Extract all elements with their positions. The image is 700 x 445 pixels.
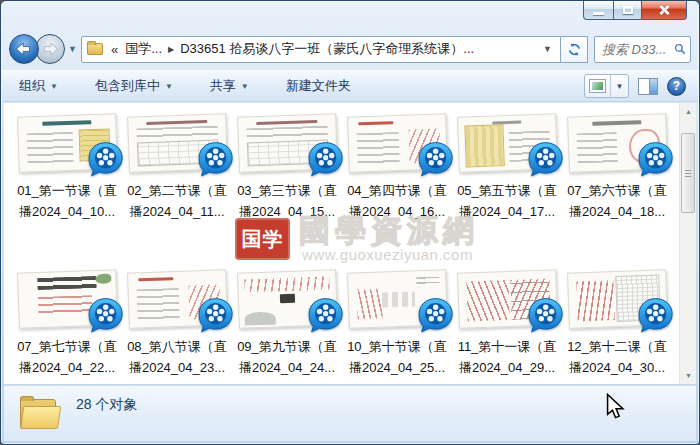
toolbar-label: 新建文件夹: [286, 77, 351, 95]
scroll-thumb[interactable]: [681, 133, 695, 213]
thumbnail-decoration: [37, 275, 96, 289]
file-grid: 01_第一节课（直播2024_04_10... 02_第二节课（直播2024_0…: [4, 103, 679, 384]
file-thumbnail: [567, 269, 668, 328]
scroll-down-button[interactable]: ▼: [680, 367, 696, 384]
file-item[interactable]: 05_第五节课（直播2024_04_17...: [453, 113, 561, 229]
forward-icon: [38, 37, 62, 61]
thumbnail-decoration: [42, 120, 91, 126]
help-button[interactable]: ?: [667, 77, 686, 96]
views-icon: [590, 80, 605, 92]
search-icon[interactable]: [674, 42, 686, 56]
search-input[interactable]: [602, 42, 674, 57]
toolbar-label: 共享: [210, 77, 236, 95]
vertical-scrollbar[interactable]: ▲ ▼: [679, 103, 696, 384]
file-name: 07_第六节课（直播2024_04_18...: [563, 180, 671, 222]
file-item[interactable]: 08_第八节课（直播2024_04_23...: [123, 269, 231, 385]
breadcrumb-current[interactable]: D33651 拾易谈八字一班（蒙氏八字命理系统课）...: [176, 38, 537, 60]
file-thumbnail: [17, 113, 118, 172]
thumbnail-decoration: [464, 124, 504, 167]
file-item[interactable]: 07_第六节课（直播2024_04_18...: [563, 113, 671, 229]
thumbnail-decoration: [244, 311, 275, 325]
media-player-icon: [525, 141, 565, 181]
file-item[interactable]: 10_第十节课（直播2024_04_25...: [343, 269, 451, 385]
thumbnail-decoration: [592, 120, 641, 126]
file-name: 10_第十节课（直播2024_04_25...: [343, 336, 451, 378]
thumbnail-decoration: [576, 132, 618, 163]
file-item[interactable]: 03_第三节课（直播2024_04_15...: [233, 113, 341, 229]
preview-pane-button[interactable]: [638, 78, 658, 95]
explorer-window: ▼ « 国学... ▶ D33651 拾易谈八字一班（蒙氏八字命理系统课）...…: [0, 0, 700, 445]
address-history-dropdown[interactable]: ▼: [537, 44, 558, 54]
minimize-button[interactable]: [583, 1, 613, 20]
chevron-down-icon: ▼: [616, 82, 624, 91]
file-list-area: 01_第一节课（直播2024_04_10... 02_第二节课（直播2024_0…: [4, 103, 696, 384]
toolbar-item-organize[interactable]: 组织 ▼: [14, 74, 63, 98]
thumbnail-decoration: [26, 132, 74, 164]
address-bar[interactable]: « 国学... ▶ D33651 拾易谈八字一班（蒙氏八字命理系统课）... ▼: [81, 36, 561, 63]
toolbar-item-share[interactable]: 共享 ▼: [205, 74, 254, 98]
file-thumbnail: [237, 269, 338, 328]
breadcrumb-overflow-chevron[interactable]: «: [108, 42, 121, 57]
thumbnail-decoration: [256, 120, 316, 125]
chevron-down-icon: ▼: [165, 82, 173, 91]
file-thumbnail: [17, 269, 118, 328]
file-name: 04_第四节课（直播2024_04_16...: [343, 180, 451, 222]
file-thumbnail: [237, 113, 338, 172]
thumbnail-decoration: [95, 273, 111, 284]
file-name: 03_第三节课（直播2024_04_15...: [233, 180, 341, 222]
toolbar-label: 组织: [19, 77, 45, 95]
file-item[interactable]: 04_第四节课（直播2024_04_16...: [343, 113, 451, 229]
file-item[interactable]: 09_第九节课（直播2024_04_24...: [233, 269, 341, 385]
views-button-group: ▼: [584, 74, 629, 98]
thumbnail-decoration: [38, 295, 92, 315]
recent-pages-dropdown[interactable]: ▼: [68, 44, 77, 54]
close-button[interactable]: [641, 1, 687, 20]
preview-pane-icon: [639, 79, 649, 94]
mouse-cursor: [605, 393, 627, 419]
preview-pane-icon-fill: [649, 79, 657, 94]
chevron-down-icon: ▼: [50, 82, 58, 91]
thumbnail-decoration: [244, 276, 330, 292]
caption-button-group: [583, 1, 687, 20]
breadcrumb-parent[interactable]: 国学...: [121, 38, 166, 60]
search-box[interactable]: [594, 36, 691, 63]
file-name: 12_第十二课（直播2024_04_30...: [563, 336, 671, 378]
scroll-down-icon: ▼: [685, 372, 692, 379]
thumbnail-decoration: [576, 280, 614, 321]
file-name: 11_第十一课（直播2024_04_29...: [453, 336, 561, 378]
file-item[interactable]: 11_第十一课（直播2024_04_29...: [453, 269, 561, 385]
file-item[interactable]: 12_第十二课（直播2024_04_30...: [563, 269, 671, 385]
media-player-icon: [85, 141, 125, 181]
views-dropdown-button[interactable]: ▼: [611, 75, 628, 97]
toolbar-item-new-folder[interactable]: 新建文件夹: [281, 74, 356, 98]
thumbnail-decoration: [356, 288, 382, 319]
maximize-icon: [623, 6, 633, 14]
file-item[interactable]: 01_第一节课（直播2024_04_10...: [13, 113, 121, 229]
thumbnail-decoration: [136, 287, 180, 322]
file-item[interactable]: 07_第七节课（直播2024_04_22...: [13, 269, 121, 385]
forward-button[interactable]: [35, 34, 65, 64]
media-player-icon: [415, 296, 455, 336]
toolbar-item-include-in-library[interactable]: 包含到库中 ▼: [90, 74, 178, 98]
file-name: 09_第九节课（直播2024_04_24...: [233, 336, 341, 378]
file-name: 08_第八节课（直播2024_04_23...: [123, 336, 231, 378]
change-view-button[interactable]: [585, 75, 611, 97]
thumbnail-decoration: [466, 279, 510, 320]
refresh-button[interactable]: [561, 36, 588, 63]
thumbnail-decoration: [357, 121, 392, 125]
media-player-icon: [85, 296, 125, 336]
media-player-icon: [195, 141, 235, 181]
back-button[interactable]: [9, 34, 39, 64]
file-thumbnail: [347, 113, 448, 172]
media-player-icon: [305, 141, 345, 181]
minimize-icon: [593, 12, 604, 15]
media-player-icon: [305, 296, 345, 336]
scroll-up-button[interactable]: ▲: [680, 103, 696, 120]
maximize-button[interactable]: [613, 1, 641, 20]
file-thumbnail: [127, 269, 228, 328]
media-player-icon: [635, 141, 675, 181]
file-item[interactable]: 02_第二节课（直播2024_04_11...: [123, 113, 231, 229]
media-player-icon: [195, 296, 235, 336]
thumbnail-decoration: [356, 132, 400, 167]
refresh-icon: [567, 42, 582, 57]
